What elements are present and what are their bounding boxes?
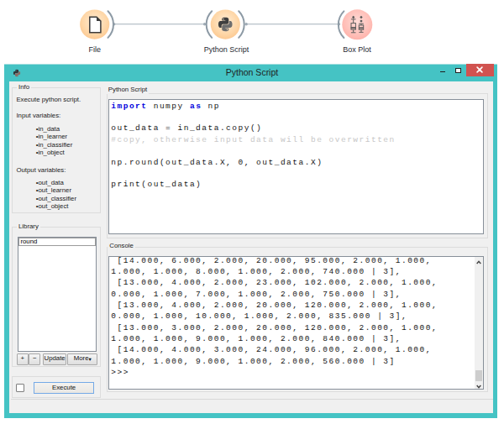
svg-text:File: File <box>88 45 101 54</box>
svg-text:Box Plot: Box Plot <box>343 45 371 54</box>
svg-text:Python Script: Python Script <box>204 45 249 54</box>
